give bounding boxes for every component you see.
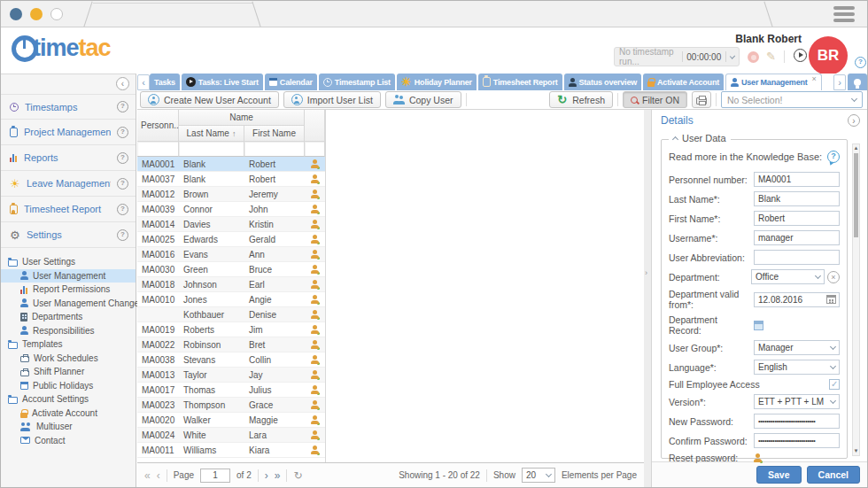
- department-record-icon[interactable]: [754, 321, 763, 330]
- knowledge-base-help-icon[interactable]: [827, 151, 840, 163]
- cell-user-icon[interactable]: [305, 235, 325, 244]
- cell-first-name[interactable]: Lara: [244, 430, 305, 440]
- sidebar-item[interactable]: Project Management: [1, 120, 136, 145]
- user-abbreviation-input[interactable]: [754, 250, 840, 265]
- table-row[interactable]: MA0017 Thomas Julius: [137, 383, 325, 398]
- cell-first-name[interactable]: Grace: [244, 400, 305, 410]
- cell-user-icon[interactable]: [305, 174, 325, 184]
- table-row[interactable]: MA0037 Blank Robert: [137, 172, 325, 187]
- scrollbar-thumb[interactable]: [854, 153, 858, 237]
- cell-user-icon[interactable]: [305, 430, 325, 440]
- cell-first-name[interactable]: John: [244, 205, 305, 214]
- sidebar-item[interactable]: Timestamps: [1, 94, 136, 120]
- sidebar-item[interactable]: Reports: [1, 145, 136, 171]
- page-size-select[interactable]: 20: [522, 468, 555, 483]
- tab[interactable]: Activate Account: [643, 74, 724, 90]
- tab-scroll-right-icon[interactable]: ›: [833, 74, 846, 90]
- cell-first-name[interactable]: Kiara: [244, 445, 305, 455]
- tab[interactable]: Holiday Planner: [397, 74, 477, 90]
- hint-lightbulb-button[interactable]: [848, 74, 867, 90]
- new-password-input[interactable]: [754, 414, 840, 429]
- cell-personnel-number[interactable]: MA0017: [137, 385, 179, 395]
- department-select[interactable]: Office: [751, 269, 825, 284]
- table-row[interactable]: MA0030 Green Bruce: [137, 262, 325, 277]
- cell-user-icon[interactable]: [305, 340, 325, 350]
- personnel-number-input[interactable]: [754, 172, 840, 187]
- cell-personnel-number[interactable]: MA0025: [137, 235, 179, 244]
- tab[interactable]: Tasks: Live Start: [182, 74, 263, 90]
- table-row[interactable]: MA0016 Evans Ann: [137, 247, 325, 262]
- column-header-icon[interactable]: [305, 110, 325, 142]
- cell-user-icon[interactable]: [305, 205, 325, 214]
- confirm-password-input[interactable]: [754, 433, 840, 448]
- table-row[interactable]: MA0018 Johnson Earl: [137, 277, 325, 292]
- cell-personnel-number[interactable]: MA0016: [137, 250, 179, 259]
- cell-personnel-number[interactable]: MA0001: [137, 159, 179, 169]
- cell-user-icon[interactable]: [305, 310, 325, 320]
- cell-last-name[interactable]: White: [179, 430, 244, 440]
- calendar-picker-icon[interactable]: [826, 295, 836, 304]
- cell-personnel-number[interactable]: MA0020: [137, 415, 179, 425]
- tree-item[interactable]: Shift Planner: [1, 365, 136, 379]
- cell-user-icon[interactable]: [305, 265, 325, 275]
- tree-item[interactable]: Templates: [1, 337, 136, 352]
- full-employee-access-checkbox[interactable]: [829, 379, 840, 390]
- cell-last-name[interactable]: Kothbauer: [179, 310, 244, 320]
- column-header-first-name[interactable]: First Name: [244, 126, 305, 142]
- table-row[interactable]: MA0038 Stevans Collin: [137, 352, 325, 368]
- cell-personnel-number[interactable]: MA0030: [137, 265, 179, 275]
- cell-last-name[interactable]: Taylor: [179, 370, 244, 380]
- cell-first-name[interactable]: Earl: [244, 280, 305, 290]
- clear-department-icon[interactable]: ×: [827, 271, 840, 283]
- cell-personnel-number[interactable]: MA0037: [137, 174, 179, 184]
- tree-item[interactable]: User Management: [1, 269, 136, 283]
- selection-dropdown[interactable]: No Selection!: [721, 91, 863, 108]
- table-row[interactable]: MA0014 Davies Kristin: [137, 217, 325, 232]
- table-row[interactable]: MA0025 Edwards Gerald: [137, 232, 325, 247]
- username-input[interactable]: [754, 230, 840, 245]
- cell-first-name[interactable]: Kristin: [244, 220, 305, 229]
- cell-user-icon[interactable]: [305, 295, 325, 305]
- cell-first-name[interactable]: Gerald: [244, 235, 305, 244]
- cell-personnel-number[interactable]: MA0022: [137, 340, 179, 350]
- filter-on-button[interactable]: Filter ON: [623, 91, 687, 108]
- cell-personnel-number[interactable]: MA0024: [137, 430, 179, 440]
- reset-password-icon[interactable]: [754, 453, 763, 463]
- tab[interactable]: Tasks: [150, 74, 180, 90]
- help-circle-icon[interactable]: [117, 127, 128, 138]
- tab[interactable]: User Management ×: [725, 74, 822, 90]
- toolbar-button[interactable]: Copy User: [385, 91, 461, 108]
- table-row[interactable]: MA0013 Taylor Jay: [137, 368, 325, 383]
- cell-user-icon[interactable]: [305, 190, 325, 199]
- help-circle-icon[interactable]: [117, 178, 128, 190]
- cell-user-icon[interactable]: [305, 445, 325, 455]
- expand-splitter-icon[interactable]: ›: [645, 268, 647, 277]
- tab[interactable]: Timesheet Report: [478, 74, 562, 90]
- cell-personnel-number[interactable]: MA0014: [137, 220, 179, 229]
- cell-user-icon[interactable]: [305, 370, 325, 380]
- department-valid-from-input[interactable]: 12.08.2016: [754, 292, 840, 307]
- table-row[interactable]: MA0001 Blank Robert: [137, 157, 325, 172]
- cell-last-name[interactable]: Jones: [179, 295, 244, 305]
- tab[interactable]: Status overview: [564, 74, 642, 90]
- help-circle-icon[interactable]: [117, 229, 128, 241]
- cell-user-icon[interactable]: [305, 159, 325, 169]
- toolbar-button[interactable]: Import User List: [283, 91, 381, 108]
- cell-first-name[interactable]: Jeremy: [244, 190, 305, 199]
- cell-last-name[interactable]: Robinson: [179, 340, 244, 350]
- refresh-table-icon[interactable]: [293, 470, 302, 481]
- help-circle-icon[interactable]: [117, 152, 128, 164]
- scroll-up-icon[interactable]: ▲: [853, 144, 859, 152]
- stop-timestamp-icon[interactable]: [748, 51, 759, 63]
- cell-last-name[interactable]: Evans: [179, 250, 244, 259]
- cell-first-name[interactable]: Robert: [244, 159, 305, 169]
- next-page-icon[interactable]: ›: [265, 470, 268, 481]
- table-row[interactable]: MA0011 Williams Kiara: [137, 443, 325, 458]
- user-data-legend[interactable]: User Data: [669, 133, 731, 143]
- cell-first-name[interactable]: Jim: [244, 325, 305, 335]
- cell-last-name[interactable]: Brown: [179, 190, 244, 199]
- cell-personnel-number[interactable]: MA0038: [137, 355, 179, 365]
- first-page-icon[interactable]: «: [144, 470, 151, 481]
- cell-personnel-number[interactable]: MA0023: [137, 400, 179, 410]
- version-select[interactable]: ETT + PTT + LM: [754, 394, 840, 409]
